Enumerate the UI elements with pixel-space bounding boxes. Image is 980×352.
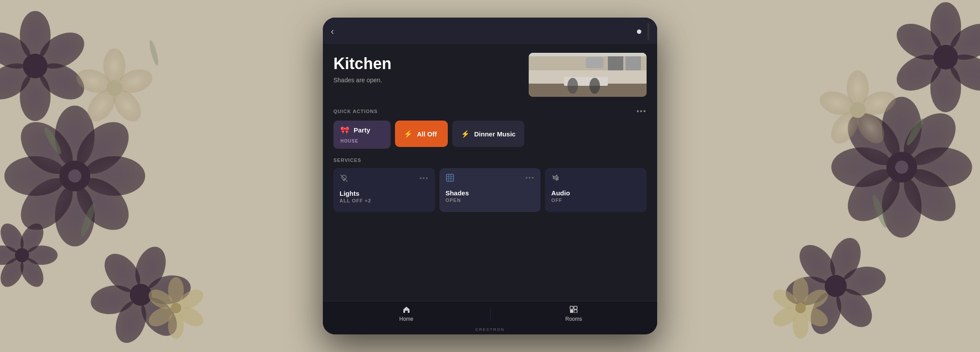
svg-point-37 [15,248,29,262]
shades-more-btn[interactable]: ••• [526,174,535,181]
room-title: Kitchen [333,55,520,73]
svg-rect-103 [446,174,453,181]
tablet-screen: ‹ Kitchen Shades are open. [323,18,657,334]
nav-home[interactable]: Home [323,306,490,322]
status-indicator [637,29,641,34]
services-label: SERVICES [333,158,361,163]
party-action-button[interactable]: 🎀 Party HOUSE [333,121,391,149]
top-right-controls [637,23,649,40]
shades-name: Shades [446,189,535,197]
kitchen-image-svg [529,53,647,97]
all-off-icon: ⚡ [404,130,413,138]
services-section: SERVICES [333,158,647,212]
lights-status: ALL OFF +2 [340,198,429,203]
home-nav-label: Home [399,316,413,322]
svg-rect-110 [574,306,577,309]
svg-point-10 [68,169,81,183]
rooms-icon [570,306,578,315]
svg-rect-111 [570,310,573,313]
audio-card-top [551,173,640,182]
party-sublabel: HOUSE [340,139,358,143]
lights-name: Lights [340,190,429,197]
svg-point-17 [23,54,48,78]
quick-actions-section: QUICK ACTIONS ••• 🎀 Party HOUSE ⚡ [333,107,647,158]
side-handle-top [647,23,649,40]
party-icon: 🎀 [340,126,349,134]
svg-rect-98 [529,53,647,97]
party-label: Party [354,126,370,134]
svg-point-61 [825,275,847,297]
nav-rooms[interactable]: Rooms [490,306,658,322]
crestron-brand: CRESTRON [323,326,657,334]
dinner-music-icon: ⚡ [461,130,470,138]
svg-point-54 [933,45,958,70]
svg-point-67 [850,102,866,118]
svg-rect-109 [570,306,573,309]
shades-status: OPEN [446,198,535,203]
shades-icon [446,173,454,182]
room-status: Shades are open. [333,77,520,84]
tablet-device: ‹ Kitchen Shades are open. [323,18,657,334]
svg-rect-112 [574,310,577,313]
dinner-music-action-button[interactable]: ⚡ Dinner Music [452,121,524,147]
services-row: ••• Lights ALL OFF +2 [333,168,647,212]
all-off-action-button[interactable]: ⚡ All Off [395,121,448,147]
lights-service-card[interactable]: ••• Lights ALL OFF +2 [333,168,435,212]
quick-actions-label: QUICK ACTIONS [333,109,378,114]
hero-section: Kitchen Shades are open. [333,53,647,97]
svg-point-99 [342,175,346,180]
lights-icon [340,173,348,183]
services-header: SERVICES [333,158,647,163]
audio-status: OFF [551,198,640,203]
main-content: Kitchen Shades are open. [323,44,657,301]
audio-name: Audio [551,189,640,197]
dinner-music-label: Dinner Music [474,130,516,138]
home-icon [402,306,410,315]
top-bar: ‹ [323,18,657,44]
audio-icon [551,173,560,182]
hero-text: Kitchen Shades are open. [333,53,520,97]
rooms-nav-label: Rooms [565,316,582,322]
svg-point-24 [130,284,152,306]
quick-actions-row: 🎀 Party HOUSE ⚡ All Off ⚡ Dinner Music [333,121,647,149]
svg-point-86 [795,303,806,313]
room-image [529,53,647,97]
shades-card-top: ••• [446,173,535,182]
svg-point-47 [895,161,908,174]
shades-service-card[interactable]: ••• Shades OPEN [439,168,541,212]
bottom-nav: Home Rooms [323,301,657,326]
svg-point-30 [106,80,122,96]
quick-actions-header: QUICK ACTIONS ••• [333,107,647,115]
back-button[interactable]: ‹ [331,26,334,37]
audio-service-card[interactable]: Audio OFF [545,168,647,212]
party-btn-inner: 🎀 Party [340,126,370,134]
svg-point-79 [171,303,181,313]
all-off-label: All Off [417,130,437,138]
lights-more-btn[interactable]: ••• [420,175,429,182]
quick-actions-more[interactable]: ••• [636,107,647,115]
lights-card-top: ••• [340,173,429,183]
